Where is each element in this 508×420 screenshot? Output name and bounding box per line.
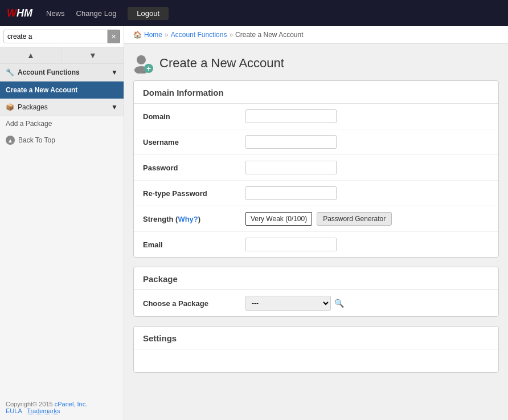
back-to-top-icon: ▲ <box>6 136 15 145</box>
password-row: Password <box>134 155 498 181</box>
domain-section-title: Domain Information <box>134 81 498 104</box>
username-row: Username <box>134 129 498 155</box>
main-content: 🏠 Home » Account Functions » Create a Ne… <box>124 26 508 420</box>
nav-changelog[interactable]: Change Log <box>76 9 117 18</box>
email-label: Email <box>143 240 245 249</box>
back-to-top-button[interactable]: ▲ Back To Top <box>0 131 124 149</box>
nav-arrows: ▲ ▼ <box>0 47 124 64</box>
email-input[interactable] <box>245 238 337 251</box>
email-row: Email <box>134 232 498 257</box>
password-generator-button[interactable]: Password Generator <box>317 212 392 226</box>
choose-package-row: Choose a Package --- Package1 Package2 🔍 <box>134 290 498 316</box>
strength-value: Very Weak (0/100) <box>245 212 312 226</box>
svg-point-0 <box>137 55 146 64</box>
page-title: Create a New Account <box>159 56 284 71</box>
search-package-icon[interactable]: 🔍 <box>334 299 344 308</box>
strength-why-link[interactable]: Why? <box>178 215 198 223</box>
settings-section: Settings <box>133 326 499 373</box>
package-select[interactable]: --- Package1 Package2 <box>245 296 331 311</box>
top-navigation: WHM News Change Log Logout <box>0 0 508 26</box>
whm-logo: WHM <box>7 7 32 19</box>
strength-row: Strength (Why?) Very Weak (0/100) Passwo… <box>134 206 498 232</box>
retype-password-row: Re-type Password <box>134 181 498 206</box>
nav-news[interactable]: News <box>46 9 65 18</box>
strength-label: Strength (Why?) <box>143 215 245 223</box>
scroll-up-button[interactable]: ▲ <box>0 47 62 63</box>
home-icon: 🏠 <box>133 31 142 39</box>
search-input[interactable] <box>3 30 108 43</box>
back-to-top-label: Back To Top <box>18 136 55 144</box>
username-label: Username <box>143 138 245 146</box>
sidebar-item-account-functions[interactable]: 🔧 Account Functions ▼ <box>0 64 124 81</box>
page-header: + Create a New Account <box>124 44 508 80</box>
breadcrumb-current: Create a New Account <box>235 31 303 39</box>
sidebar: ✕ ▲ ▼ 🔧 Account Functions ▼ Create a New… <box>0 26 124 420</box>
cpanel-link[interactable]: cPanel, Inc. <box>55 401 87 407</box>
account-functions-icon: 🔧 <box>6 68 14 76</box>
svg-text:+: + <box>146 64 151 73</box>
search-bar: ✕ <box>0 26 124 47</box>
nav-logout[interactable]: Logout <box>128 7 169 20</box>
domain-information-section: Domain Information Domain Username Passw… <box>133 80 499 258</box>
chevron-down-icon: ▼ <box>111 68 118 76</box>
account-functions-label: Account Functions <box>18 68 80 76</box>
domain-input[interactable] <box>245 109 337 123</box>
breadcrumb: 🏠 Home » Account Functions » Create a Ne… <box>124 26 508 44</box>
password-input[interactable] <box>245 161 337 174</box>
breadcrumb-home[interactable]: Home <box>144 31 162 39</box>
password-label: Password <box>143 164 245 172</box>
domain-label: Domain <box>143 112 245 121</box>
sidebar-item-create-new-account[interactable]: Create a New Account <box>0 81 124 99</box>
page-icon: + <box>133 53 154 74</box>
sidebar-item-packages[interactable]: 📦 Packages ▼ <box>0 99 124 116</box>
retype-password-label: Re-type Password <box>143 189 245 198</box>
package-section-title: Package <box>134 267 498 290</box>
sidebar-link-add-package[interactable]: Add a Package <box>0 116 124 131</box>
domain-row: Domain <box>134 104 498 129</box>
packages-label: Packages <box>18 103 48 111</box>
username-input[interactable] <box>245 135 337 149</box>
retype-password-input[interactable] <box>245 186 337 200</box>
scroll-down-button[interactable]: ▼ <box>62 47 124 63</box>
package-section: Package Choose a Package --- Package1 Pa… <box>133 267 499 317</box>
packages-icon: 📦 <box>6 103 14 111</box>
eula-link[interactable]: EULA <box>6 407 22 414</box>
settings-section-title: Settings <box>134 327 498 349</box>
breadcrumb-section[interactable]: Account Functions <box>171 31 227 39</box>
clear-search-button[interactable]: ✕ <box>108 30 120 43</box>
trademarks-link[interactable]: Trademarks <box>27 407 60 414</box>
sidebar-footer: Copyright© 2015 cPanel, Inc. EULA Tradem… <box>0 395 124 420</box>
packages-chevron-icon: ▼ <box>111 103 118 111</box>
choose-package-label: Choose a Package <box>143 299 245 308</box>
